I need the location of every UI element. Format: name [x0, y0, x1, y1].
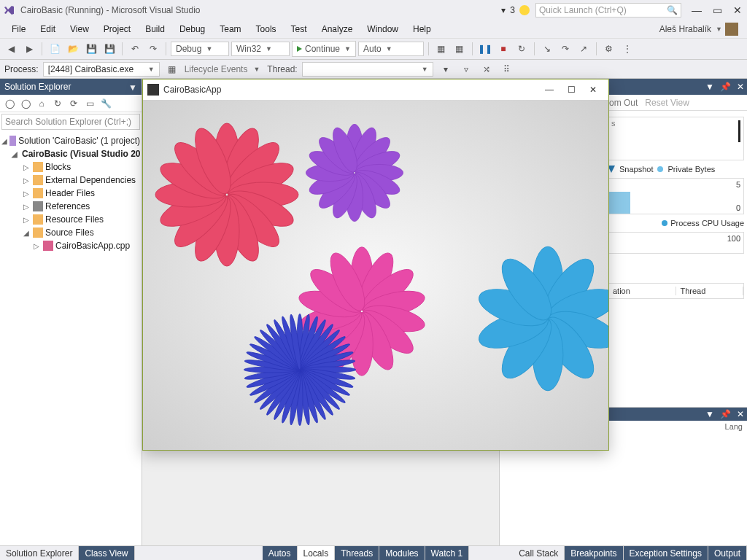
tab-exception-settings[interactable]: Exception Settings: [624, 546, 708, 560]
tb-icon-1[interactable]: ▦: [433, 41, 449, 57]
folder-external[interactable]: ▷External Dependencies: [1, 174, 140, 187]
search-icon: 🔍: [667, 5, 678, 15]
app-title-bar[interactable]: CairoBasicApp — ☐ ✕: [143, 79, 608, 100]
collapse-icon[interactable]: ▭: [83, 97, 96, 110]
app-close-button[interactable]: ✕: [582, 82, 604, 97]
stop-button[interactable]: ■: [495, 41, 511, 57]
lang-tab[interactable]: Lang: [725, 422, 743, 431]
column-thread[interactable]: Thread: [676, 287, 744, 295]
dropdown-icon[interactable]: ▼: [128, 82, 137, 91]
back-icon[interactable]: ◯: [3, 97, 16, 110]
reset-view-button[interactable]: Reset View: [645, 98, 689, 108]
debug-process-bar: Process: [2448] CairoBasic.exe▼ ▦ Lifecy…: [0, 60, 747, 79]
project-node[interactable]: ◢CairoBasic (Visual Studio 2015): [1, 147, 140, 160]
main-area: Solution Explorer ▼ ◯ ◯ ⌂ ↻ ⟳ ▭ 🔧 Search…: [0, 79, 747, 545]
tb-icon-4[interactable]: ⋮: [619, 41, 635, 57]
pin-icon[interactable]: 📌: [720, 82, 731, 92]
filter-icon[interactable]: ▾: [438, 61, 454, 77]
menu-debug[interactable]: Debug: [172, 23, 212, 36]
tab-solution-explorer[interactable]: Solution Explorer: [0, 546, 79, 560]
close-panel-icon[interactable]: ✕: [737, 82, 744, 92]
column-ation[interactable]: ation: [608, 287, 676, 295]
pause-button[interactable]: ❚❚: [477, 41, 493, 57]
app-minimize-button[interactable]: —: [538, 82, 560, 97]
filter2-icon[interactable]: ▿: [458, 61, 474, 77]
solution-explorer-header[interactable]: Solution Explorer ▼: [0, 79, 142, 95]
close-button[interactable]: ✕: [731, 4, 744, 17]
lifecycle-icon[interactable]: ▦: [164, 61, 180, 77]
tab-threads[interactable]: Threads: [335, 546, 379, 560]
maximize-button[interactable]: ▭: [711, 4, 724, 17]
fwd-icon[interactable]: ◯: [19, 97, 32, 110]
tab-breakpoints[interactable]: Breakpoints: [565, 546, 623, 560]
menu-test[interactable]: Test: [284, 23, 314, 36]
menu-edit[interactable]: Edit: [33, 23, 63, 36]
menu-analyze[interactable]: Analyze: [314, 23, 360, 36]
step-over-button[interactable]: ↷: [557, 41, 573, 57]
platform-dropdown[interactable]: Win32▼: [231, 42, 290, 56]
pin-icon[interactable]: 📌: [720, 409, 731, 419]
menu-build[interactable]: Build: [138, 23, 172, 36]
save-all-button[interactable]: 💾: [101, 41, 117, 57]
tb-icon-3[interactable]: ⚙: [601, 41, 617, 57]
thread-dropdown[interactable]: ▼: [302, 62, 433, 77]
open-file-button[interactable]: 📂: [65, 41, 81, 57]
tab-call-stack[interactable]: Call Stack: [513, 546, 565, 560]
solution-search-input[interactable]: Search Solution Explorer (Ctrl+;): [1, 114, 140, 130]
tab-class-view[interactable]: Class View: [79, 546, 134, 560]
tab-autos[interactable]: Autos: [263, 546, 298, 560]
minimize-button[interactable]: —: [690, 4, 703, 17]
home-icon[interactable]: ⌂: [35, 97, 48, 110]
menu-project[interactable]: Project: [96, 23, 138, 36]
refresh-icon[interactable]: ⟳: [67, 97, 80, 110]
step-out-button[interactable]: ↗: [576, 41, 592, 57]
menu-file[interactable]: File: [4, 23, 33, 36]
folder-resources[interactable]: ▷Resource Files: [1, 213, 140, 226]
properties-icon[interactable]: 🔧: [99, 97, 112, 110]
zoom-out-button[interactable]: om Out: [609, 98, 638, 108]
notification-area[interactable]: ▾ 3: [501, 5, 530, 15]
menu-view[interactable]: View: [63, 23, 96, 36]
folder-headers[interactable]: ▷Header Files: [1, 187, 140, 200]
app-maximize-button[interactable]: ☐: [560, 82, 582, 97]
bottom-tab-bar: Solution Explorer Class View Autos Local…: [0, 545, 747, 560]
stack-icon[interactable]: ⠿: [499, 61, 515, 77]
shuffle-icon[interactable]: ⤭: [479, 61, 495, 77]
auto-dropdown[interactable]: Auto▼: [358, 42, 424, 56]
diagnostics-header[interactable]: ✕ 📌 ▼: [605, 79, 747, 95]
tab-watch1[interactable]: Watch 1: [425, 546, 470, 560]
new-project-button[interactable]: 📄: [47, 41, 63, 57]
solution-node[interactable]: ◢Solution 'CairoBasic' (1 project): [1, 134, 140, 147]
step-into-button[interactable]: ↘: [539, 41, 555, 57]
redo-button[interactable]: ↷: [145, 41, 161, 57]
menu-tools[interactable]: Tools: [249, 23, 284, 36]
continue-button[interactable]: Continue▼: [292, 41, 356, 57]
tab-output[interactable]: Output: [708, 546, 747, 560]
window-title: CairoBasic (Running) - Microsoft Visual …: [20, 5, 201, 15]
tb-icon-2[interactable]: ▦: [452, 41, 468, 57]
menu-team[interactable]: Team: [212, 23, 248, 36]
tab-modules[interactable]: Modules: [379, 546, 425, 560]
references-node[interactable]: ▷References: [1, 200, 140, 213]
folder-sources[interactable]: ◢Source Files: [1, 226, 140, 239]
folder-blocks[interactable]: ▷Blocks: [1, 160, 140, 174]
process-dropdown[interactable]: [2448] CairoBasic.exe▼: [43, 62, 160, 77]
nav-back-button[interactable]: ◀: [3, 41, 19, 57]
menu-help[interactable]: Help: [406, 23, 438, 36]
undo-button[interactable]: ↶: [127, 41, 143, 57]
restart-button[interactable]: ↻: [514, 41, 530, 57]
sync-icon[interactable]: ↻: [51, 97, 64, 110]
menu-window[interactable]: Window: [360, 23, 406, 36]
nav-fwd-button[interactable]: ▶: [21, 41, 37, 57]
config-dropdown[interactable]: Debug▼: [171, 42, 229, 56]
source-file-node[interactable]: ▷CairoBasicApp.cpp: [1, 239, 140, 252]
app-icon: [147, 84, 159, 96]
close-panel-icon[interactable]: ✕: [737, 409, 744, 419]
dropdown-icon[interactable]: ▼: [705, 409, 714, 419]
quick-launch-input[interactable]: Quick Launch (Ctrl+Q) 🔍: [535, 3, 681, 18]
user-menu[interactable]: Aleš Hrabalík ▼: [655, 21, 743, 37]
save-button[interactable]: 💾: [83, 41, 99, 57]
dropdown-icon[interactable]: ▼: [705, 82, 714, 92]
tab-locals[interactable]: Locals: [298, 546, 336, 560]
feedback-icon[interactable]: [519, 5, 530, 15]
